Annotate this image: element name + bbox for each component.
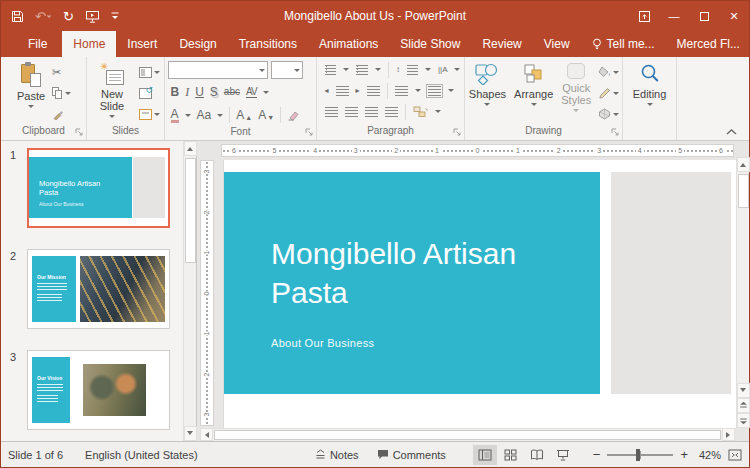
- text-direction-caret[interactable]: [454, 68, 460, 74]
- fit-to-window-icon[interactable]: [728, 449, 742, 461]
- tab-account-name[interactable]: Merced Fl...: [666, 31, 750, 57]
- horizontal-scrollbar[interactable]: [197, 428, 749, 441]
- shapes-button[interactable]: Shapes: [466, 61, 509, 124]
- underline-button[interactable]: U: [195, 86, 204, 98]
- slide-canvas[interactable]: Mongibello Artisan Pasta About Our Busin…: [223, 160, 736, 428]
- character-spacing-button[interactable]: AV: [246, 87, 257, 98]
- scrollbar-thumb[interactable]: [214, 430, 721, 440]
- line-spacing-icon[interactable]: ↕: [396, 66, 400, 74]
- language-indicator[interactable]: English (United States): [85, 449, 198, 461]
- scroll-up-icon[interactable]: [184, 141, 197, 156]
- shape-fill-button[interactable]: [596, 63, 621, 81]
- zoom-slider[interactable]: [607, 454, 673, 456]
- columns-caret[interactable]: [415, 89, 421, 95]
- picture-placeholder[interactable]: [611, 172, 731, 394]
- slide-layout-button[interactable]: [137, 63, 162, 81]
- align-left-icon[interactable]: [325, 107, 338, 117]
- scroll-up-icon[interactable]: [737, 157, 750, 172]
- shapes-caret[interactable]: [484, 103, 490, 109]
- font-name-combo[interactable]: [168, 61, 268, 79]
- save-icon[interactable]: [11, 10, 24, 23]
- quick-styles-caret[interactable]: [573, 109, 579, 115]
- slide-indicator[interactable]: Slide 1 of 6: [8, 449, 63, 461]
- strikethrough-button[interactable]: abc: [224, 87, 240, 97]
- undo-icon[interactable]: ↶: [35, 10, 52, 23]
- shape-outline-caret[interactable]: [613, 92, 619, 98]
- slide-title[interactable]: Mongibello Artisan Pasta: [271, 234, 591, 312]
- zoom-in-button[interactable]: +: [680, 448, 688, 461]
- normal-view-button[interactable]: [473, 445, 497, 465]
- change-case-button[interactable]: Aa: [197, 109, 212, 121]
- arrange-caret[interactable]: [531, 103, 537, 109]
- close-button[interactable]: ✕: [719, 1, 749, 31]
- collapse-ribbon-icon[interactable]: [726, 129, 737, 135]
- font-color-caret[interactable]: [185, 114, 191, 120]
- font-name-caret[interactable]: [259, 69, 265, 75]
- new-slide-dropdown-caret[interactable]: [109, 115, 115, 121]
- slide-sorter-view-button[interactable]: [499, 445, 523, 465]
- shape-outline-button[interactable]: [596, 84, 621, 102]
- format-painter-button[interactable]: [50, 105, 73, 123]
- align-right-icon[interactable]: [365, 107, 378, 117]
- shape-effects-caret[interactable]: [613, 113, 619, 119]
- char-spacing-caret[interactable]: [263, 91, 269, 97]
- scrollbar-track[interactable]: [213, 428, 722, 441]
- comments-button[interactable]: Comments: [372, 442, 451, 467]
- layout-dropdown-caret[interactable]: [154, 71, 160, 77]
- cut-button[interactable]: ✂: [50, 63, 73, 81]
- drawing-dialog-launcher-icon[interactable]: [611, 128, 619, 136]
- change-case-caret[interactable]: [217, 114, 223, 120]
- quick-styles-button[interactable]: Quick Styles: [558, 61, 594, 124]
- tab-file[interactable]: File: [13, 31, 62, 57]
- text-direction-icon[interactable]: ||A: [438, 66, 448, 74]
- new-slide-button[interactable]: ✳ New Slide: [89, 61, 135, 124]
- vertical-scrollbar[interactable]: [736, 157, 749, 428]
- bold-button[interactable]: B: [171, 86, 180, 98]
- thumbnail-scrollbar[interactable]: [183, 141, 196, 441]
- arrange-button[interactable]: Arrange: [511, 61, 556, 124]
- reading-view-button[interactable]: [525, 445, 549, 465]
- align-center-icon[interactable]: [345, 107, 358, 117]
- tab-design[interactable]: Design: [168, 31, 227, 57]
- clear-formatting-icon[interactable]: [287, 109, 300, 121]
- shape-fill-caret[interactable]: [613, 71, 619, 77]
- title-text-box[interactable]: Mongibello Artisan Pasta About Our Busin…: [224, 172, 600, 394]
- line-spacing-caret[interactable]: [425, 68, 431, 74]
- redo-icon[interactable]: ↻: [63, 10, 74, 23]
- undo-dropdown-caret[interactable]: [47, 15, 52, 20]
- italic-button[interactable]: I: [185, 86, 189, 98]
- clipboard-dialog-launcher-icon[interactable]: [75, 128, 83, 136]
- scrollbar-thumb[interactable]: [738, 174, 749, 208]
- tab-insert[interactable]: Insert: [116, 31, 168, 57]
- editing-caret[interactable]: [647, 103, 653, 109]
- font-dialog-launcher-icon[interactable]: [305, 128, 313, 136]
- copy-dropdown-caret[interactable]: [65, 92, 71, 98]
- minimize-button[interactable]: —: [659, 1, 689, 31]
- numbering-caret[interactable]: [375, 68, 381, 74]
- scroll-right-icon[interactable]: [722, 428, 735, 441]
- previous-slide-icon[interactable]: [737, 398, 750, 413]
- shape-effects-button[interactable]: [596, 105, 621, 123]
- increase-indent-icon[interactable]: ▸: [356, 87, 360, 95]
- zoom-level[interactable]: 42%: [695, 449, 721, 461]
- reset-slide-button[interactable]: [137, 84, 162, 102]
- tab-transitions[interactable]: Transitions: [228, 31, 308, 57]
- decrease-indent-icon[interactable]: ◂: [325, 87, 329, 95]
- scroll-down-icon[interactable]: [184, 426, 197, 441]
- ribbon-display-options-icon[interactable]: [629, 1, 659, 31]
- align-text-icon[interactable]: [428, 86, 441, 96]
- font-color-button[interactable]: A: [171, 108, 179, 123]
- tab-slide-show[interactable]: Slide Show: [389, 31, 471, 57]
- paste-button[interactable]: Paste: [14, 61, 48, 124]
- editing-button[interactable]: Editing: [627, 61, 673, 124]
- section-button[interactable]: [137, 105, 162, 123]
- slide-show-view-button[interactable]: [551, 445, 575, 465]
- slide-1-thumbnail[interactable]: Mongibello Artisan Pasta About Our Busin…: [27, 148, 170, 228]
- notes-button[interactable]: Notes: [310, 442, 364, 467]
- scrollbar-thumb[interactable]: [185, 158, 196, 263]
- slide-subtitle[interactable]: About Our Business: [271, 337, 600, 349]
- start-from-beginning-icon[interactable]: [85, 10, 100, 23]
- scroll-down-icon[interactable]: [737, 383, 750, 398]
- section-dropdown-caret[interactable]: [154, 113, 160, 119]
- tab-home[interactable]: Home: [62, 31, 116, 57]
